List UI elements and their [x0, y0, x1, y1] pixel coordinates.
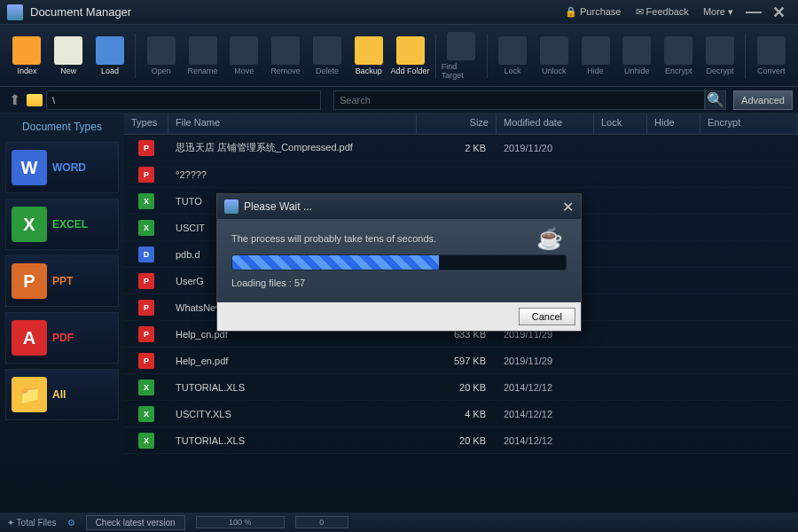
col-encrypt[interactable]: Encrypt	[700, 113, 798, 134]
file-row[interactable]: P°2????	[124, 161, 798, 188]
tool-backup[interactable]: Backup	[348, 36, 388, 75]
search-input[interactable]	[333, 90, 705, 110]
col-lock[interactable]: Lock	[594, 113, 647, 134]
coffee-icon: ☕	[536, 226, 563, 251]
sidebar-item-pdf[interactable]: APDF	[5, 312, 119, 364]
more-button[interactable]: More ▾	[696, 4, 740, 20]
settings-icon[interactable]: ⚙	[67, 518, 75, 528]
app-title: Document Manager	[30, 5, 558, 19]
file-row[interactable]: P思迅天店 店铺管理系统_Compressed.pdf2 KB2019/11/2…	[124, 135, 798, 161]
tool-encrypt[interactable]: Encrypt	[659, 36, 699, 75]
total-files-label: ✦ Total Files	[7, 518, 57, 528]
sidebar-heading: Document Types	[5, 121, 119, 133]
close-button[interactable]: ✕	[767, 3, 791, 22]
tool-unhide[interactable]: Unhide	[617, 36, 657, 75]
tool-hide[interactable]: Hide	[575, 36, 615, 75]
dialog-message: The process will probably take tens of s…	[231, 233, 567, 244]
tool-new[interactable]: New	[49, 36, 89, 75]
tool-unlock[interactable]: Unlock	[534, 36, 574, 75]
tool-find-target[interactable]: Find Target	[442, 32, 481, 80]
toolbar: IndexNewLoadOpenRenameMoveRemoveDeleteBa…	[0, 25, 798, 87]
search-button[interactable]: 🔍	[705, 90, 726, 110]
col-modified[interactable]: Modified date	[497, 113, 594, 134]
tool-remove[interactable]: Remove	[266, 36, 306, 75]
minimize-button[interactable]: —	[740, 3, 767, 21]
count-indicator: 0	[295, 516, 348, 528]
dialog-title: Please Wait ...	[244, 200, 312, 213]
sidebar-item-excel[interactable]: XEXCEL	[5, 199, 119, 250]
file-row[interactable]: XUSCITY.XLS4 KB2014/12/12	[124, 401, 798, 427]
dialog-close-button[interactable]: ✕	[562, 199, 574, 215]
file-row[interactable]: PHelp_en.pdf597 KB2019/11/29	[124, 348, 798, 374]
loading-text: Loading files : 57	[231, 278, 567, 288]
tool-move[interactable]: Move	[224, 36, 264, 75]
col-hide[interactable]: Hide	[647, 113, 700, 134]
sidebar-item-all[interactable]: 📁All	[5, 369, 119, 420]
feedback-button[interactable]: ✉ Feedback	[629, 4, 696, 20]
progress-bar	[231, 254, 567, 270]
dialog-body: ☕ The process will probably take tens of…	[217, 219, 581, 302]
column-header: Types File Name Size Modified date Lock …	[124, 113, 798, 135]
path-input[interactable]	[46, 90, 321, 110]
status-bar: ✦ Total Files ⚙ Check latest version 100…	[0, 512, 798, 532]
tool-delete[interactable]: Delete	[308, 36, 348, 75]
tool-decrypt[interactable]: Decrypt	[700, 36, 740, 75]
check-version-button[interactable]: Check latest version	[86, 515, 185, 530]
sidebar-item-word[interactable]: WWORD	[5, 142, 119, 193]
path-bar: ⬆ 🔍 Advanced	[0, 87, 798, 113]
tool-add-folder[interactable]: Add Folder	[390, 36, 430, 75]
app-logo-icon	[7, 4, 23, 20]
sidebar: Document Types WWORDXEXCELPPPTAPDF📁All	[0, 113, 124, 512]
up-arrow-button[interactable]: ⬆	[5, 91, 23, 109]
col-filename[interactable]: File Name	[168, 113, 417, 134]
col-types[interactable]: Types	[124, 113, 168, 134]
sidebar-item-ppt[interactable]: PPPT	[5, 255, 119, 307]
advanced-button[interactable]: Advanced	[733, 90, 793, 110]
tool-rename[interactable]: Rename	[183, 36, 223, 75]
dialog-titlebar: Please Wait ... ✕	[217, 194, 581, 219]
dialog-logo-icon	[224, 200, 239, 214]
file-row[interactable]: XTUTORIAL.XLS20 KB2014/12/12	[124, 427, 798, 454]
tool-load[interactable]: Load	[90, 36, 130, 75]
progress-indicator: 100 %	[196, 516, 285, 528]
folder-icon	[27, 94, 43, 106]
file-row[interactable]: XTUTORIAL.XLS20 KB2014/12/12	[124, 374, 798, 401]
col-size[interactable]: Size	[417, 113, 497, 134]
please-wait-dialog: Please Wait ... ✕ ☕ The process will pro…	[216, 193, 582, 332]
tool-lock[interactable]: Lock	[493, 36, 533, 75]
titlebar: Document Manager 🔒 Purchase ✉ Feedback M…	[0, 0, 798, 25]
tool-convert[interactable]: Convert	[751, 36, 791, 75]
tool-index[interactable]: Index	[7, 36, 47, 75]
cancel-button[interactable]: Cancel	[519, 308, 575, 325]
tool-open[interactable]: Open	[141, 36, 181, 75]
purchase-button[interactable]: 🔒 Purchase	[558, 4, 629, 20]
